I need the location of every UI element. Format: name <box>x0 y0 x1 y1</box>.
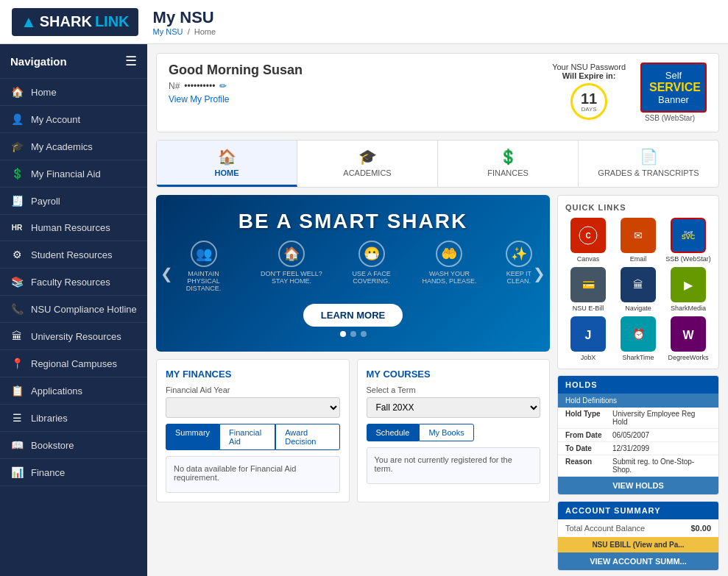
sidebar-item-human-resources[interactable]: HR Human Resources <box>0 215 147 241</box>
hr-icon: HR <box>10 224 24 232</box>
greeting-name: Good Morning Susan <box>169 63 552 78</box>
svg-text:W: W <box>682 329 694 341</box>
quick-link-email[interactable]: ✉ Email <box>615 218 661 263</box>
svg-text:SVC: SVC <box>682 233 696 241</box>
sidebar-item-my-account[interactable]: 👤 My Account <box>0 106 147 133</box>
tab-finances[interactable]: 💲 FINANCES <box>438 141 579 187</box>
term-label: Select a Term <box>367 385 541 394</box>
tab-academics[interactable]: 🎓 ACADEMICS <box>297 141 438 187</box>
quick-link-navigate[interactable]: 🏛 Navigate <box>615 267 661 312</box>
quick-link-ssb[interactable]: SelfSVC SSB (WebStar) <box>665 218 711 263</box>
quick-link-ebill[interactable]: 💳 NSU E-Bill <box>565 267 611 312</box>
main-layout: Navigation ☰ 🏠 Home 👤 My Account 🎓 My Ac… <box>0 44 728 576</box>
password-ssb-area: Your NSU Password Will Expire in: 11 DAY… <box>552 63 626 123</box>
quick-link-canvas[interactable]: C Canvas <box>565 218 611 263</box>
view-holds-button[interactable]: VIEW HOLDS <box>558 477 718 494</box>
sidebar-nav-title: Navigation <box>10 55 67 68</box>
home-icon: 🏠 <box>10 86 24 98</box>
quick-link-degreeworks[interactable]: W DegreeWorks <box>665 316 711 361</box>
libraries-icon: ☰ <box>10 412 24 424</box>
expire-days: 11 <box>581 91 597 106</box>
view-account-button[interactable]: VIEW ACCOUNT SUMM... <box>558 552 718 570</box>
tab-finances-icon: 💲 <box>499 148 517 166</box>
navigate-label: Navigate <box>625 305 651 312</box>
hold-type-value: University Employee Reg Hold <box>612 410 711 426</box>
aid-year-select[interactable] <box>166 397 340 418</box>
banner-next-icon[interactable]: ❯ <box>533 265 545 282</box>
sidebar-item-finance[interactable]: 📊 Finance <box>0 459 147 486</box>
banner-dot-3[interactable] <box>361 331 367 337</box>
courses-title: MY COURSES <box>367 369 541 380</box>
tab-grades[interactable]: 📄 GRADES & TRANSCRIPTS <box>579 141 718 187</box>
finances-tab-summary[interactable]: Summary <box>166 424 219 450</box>
header-title-area: My NSU My NSU / Home <box>153 8 216 36</box>
banner-dot-1[interactable] <box>340 331 346 337</box>
sidebar-item-home[interactable]: 🏠 Home <box>0 79 147 106</box>
banner-dot-2[interactable] <box>350 331 356 337</box>
sidebar-item-libraries[interactable]: ☰ Libraries <box>0 405 147 432</box>
ebill-button[interactable]: NSU EBILL (View and Pa... <box>558 537 718 552</box>
holds-definitions: Hold Definitions <box>558 394 718 408</box>
banner-icon-mask: 😷 USE A FACE COVERING. <box>347 241 396 292</box>
logo[interactable]: ▲ SHARKLINK <box>12 8 138 36</box>
ssb-banner-area: Self SERVICE Banner SSB (WebStar) <box>633 63 707 122</box>
quick-link-sharktime[interactable]: ⏰ SharkTime <box>615 316 661 361</box>
breadcrumb-parent[interactable]: My NSU <box>153 27 183 36</box>
finances-tab-award[interactable]: Award Decision <box>275 424 339 450</box>
banner-title: BE A SMART SHARK <box>238 210 467 233</box>
finances-tab-financial-aid[interactable]: Financial Aid <box>219 424 275 450</box>
tab-academics-icon: 🎓 <box>358 148 377 166</box>
ssb-banner-button[interactable]: Self SERVICE Banner <box>640 63 707 113</box>
applications-icon: 📋 <box>10 385 24 397</box>
term-select[interactable]: Fall 20XX <box>367 397 541 418</box>
quick-links-section: QUICK LINKS C Canvas ✉ Email <box>557 195 719 369</box>
sidebar-item-regional-campuses[interactable]: 📍 Regional Campuses <box>0 350 147 377</box>
id-dots: •••••••••• <box>184 81 215 91</box>
compliance-icon: 📞 <box>10 303 24 315</box>
holds-header: HOLDS <box>558 376 718 394</box>
jobx-icon: J <box>570 316 606 352</box>
sidebar-item-student-resources[interactable]: ⚙ Student Resources <box>0 241 147 269</box>
wash-label: WASH YOUR HANDS, PLEASE. <box>418 270 480 285</box>
ssb-sub-label: SSB (WebStar) <box>645 114 695 122</box>
courses-tab-books[interactable]: My Books <box>419 424 473 441</box>
account-summary-header: ACCOUNT SUMMARY <box>558 502 718 519</box>
sidebar-item-university-resources[interactable]: 🏛 University Resources <box>0 323 147 350</box>
courses-content: You are not currently registered for the… <box>367 447 541 484</box>
hold-from-label: From Date <box>565 431 609 439</box>
sidebar-item-bookstore[interactable]: 📖 Bookstore <box>0 432 147 459</box>
account-summary-section: ACCOUNT SUMMARY Total Account Balance $0… <box>557 501 719 571</box>
id-edit-icon[interactable]: ✏ <box>219 81 227 91</box>
bookstore-icon: 📖 <box>10 439 24 451</box>
hold-to-value: 12/31/2099 <box>612 444 649 452</box>
sidebar-item-payroll[interactable]: 🧾 Payroll <box>0 188 147 215</box>
quick-links-grid: C Canvas ✉ Email SelfSVC <box>565 218 711 361</box>
banner-image: ❮ BE A SMART SHARK 👥 MAINTAIN PHYSICAL D… <box>156 195 550 352</box>
breadcrumb-current: Home <box>194 27 216 36</box>
sidebar-item-faculty-resources[interactable]: 📚 Faculty Resources <box>0 269 147 296</box>
shark-icon: ▲ <box>21 13 37 32</box>
ebill-label: NSU E-Bill <box>573 305 604 312</box>
sidebar-item-financial-aid[interactable]: 💲 My Financial Aid <box>0 160 147 188</box>
financial-aid-icon: 💲 <box>10 168 24 179</box>
email-label: Email <box>630 255 647 263</box>
sidebar-item-applications[interactable]: 📋 Applications <box>0 377 147 405</box>
quick-link-sharkmedia[interactable]: ▶ SharkMedia <box>665 267 711 312</box>
hamburger-icon[interactable]: ☰ <box>125 53 137 69</box>
tab-home[interactable]: 🏠 HOME <box>157 141 297 187</box>
courses-tab-schedule[interactable]: Schedule <box>367 424 420 441</box>
finances-content: No data available for Financial Aid requ… <box>166 456 340 493</box>
banner-prev-icon[interactable]: ❮ <box>160 265 173 282</box>
account-balance-row: Total Account Balance $0.00 <box>558 519 718 537</box>
mask-icon-shape: 😷 <box>358 241 385 267</box>
navigate-icon: 🏛 <box>621 267 656 302</box>
expire-circle: 11 DAYS <box>570 83 607 120</box>
sidebar-item-compliance[interactable]: 📞 NSU Compliance Hotline <box>0 296 147 323</box>
sidebar-item-my-academics[interactable]: 🎓 My Academics <box>0 133 147 160</box>
learn-more-button[interactable]: LEARN MORE <box>303 304 403 327</box>
page-title: My NSU <box>153 8 216 27</box>
banner-dots <box>340 331 367 337</box>
view-profile-link[interactable]: View My Profile <box>169 94 552 104</box>
quick-link-jobx[interactable]: J JobX <box>565 316 611 361</box>
svg-text:▶: ▶ <box>684 279 693 291</box>
